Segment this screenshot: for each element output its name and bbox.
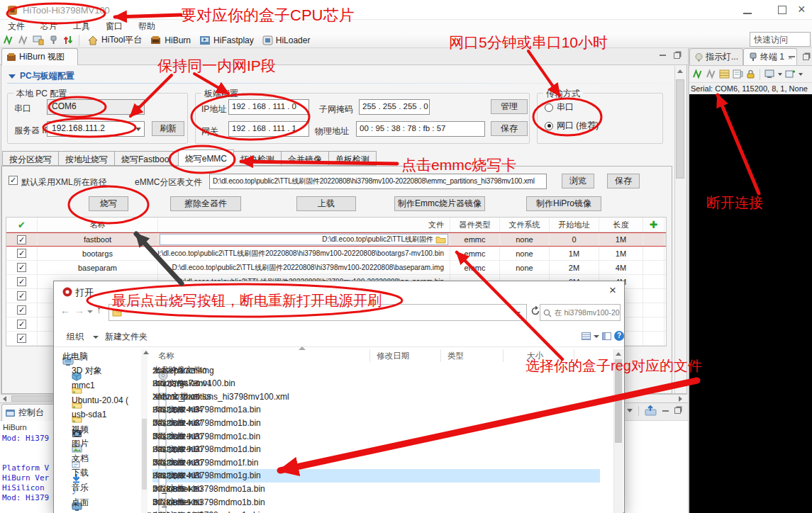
view-restore-icon[interactable] [674,52,680,59]
manage-button[interactable]: 管理 [491,99,528,114]
sidebar-scroll-thumb[interactable] [142,419,147,490]
view-mode-icon[interactable] [582,332,591,340]
row-checkbox[interactable]: ✓ [17,249,26,258]
row-checkbox-cell[interactable]: ✓ [6,332,38,345]
console-minimize-icon[interactable] [662,410,669,412]
button-制作Emmc烧片器镜像[interactable]: 制作Emmc烧片器镜像 [394,196,485,211]
clear-table-icon[interactable] [719,69,730,79]
scroll-icon[interactable] [733,69,743,79]
row-checkbox-cell[interactable]: ✓ [6,303,38,317]
terminal-restore-icon[interactable] [803,54,809,60]
column-check-all[interactable]: ✔ [6,218,38,232]
partition-file-input[interactable]: D:\dl.ecoo.top\public2\TTL线刷固件20220808\h… [209,174,547,189]
column-size[interactable]: 大小 [527,351,543,361]
tab-按地址烧写[interactable]: 按地址烧写 [59,151,115,166]
file-row[interactable]: bootargs7-mv100.bin2022/7/31 10:04BIN 文件… [152,377,600,390]
row-checkbox[interactable]: ✓ [17,305,26,315]
gateway-field[interactable]: 192 . 168 . 111 . 1 [228,121,309,137]
terminal-screen[interactable] [689,94,812,513]
preview-pane-icon[interactable] [602,332,611,340]
row-checkbox[interactable]: ✓ [17,334,26,343]
tab-合并镜像[interactable]: 合并镜像 [282,151,329,166]
file-row[interactable]: hi_kernel-hi3798mdmo1b.bin2022/8/8 5:03B… [152,495,600,509]
tab-指示灯...[interactable]: 指示灯... [689,48,743,65]
scroll-right-icon[interactable] [679,396,682,402]
search-box[interactable]: 在 hi3798mv100-2022080... [540,304,621,321]
column-type[interactable]: 类型 [447,351,464,361]
button-烧写[interactable]: 烧写 [89,196,128,211]
file-row[interactable]: fastboot-hi3798mdmo1c.bin2022/8/8 5:20BI… [152,429,600,443]
file-row[interactable]: fastboot-hi3798mdmo1g.bin2022/8/8 4:21BI… [152,469,600,483]
forward-icon[interactable]: → [74,305,84,316]
disconnect-icon[interactable] [706,69,716,79]
chevron-down-icon[interactable] [799,73,803,76]
button-擦除全器件[interactable]: 擦除全器件 [170,196,241,211]
add-row-icon[interactable]: ✚ [650,219,658,230]
sidebar-scroll-up-icon[interactable] [143,351,149,354]
serial-port-select[interactable]: COM6 [47,99,145,115]
column-name[interactable]: 名称 [158,351,174,361]
chevron-down-icon[interactable] [778,73,782,76]
file-row[interactable]: fastboot-hi3798mdmo1f.bin2022/8/8 6:20BI… [152,456,600,469]
toolbar-item-HiTool平台[interactable]: HiTool平台 [85,34,144,46]
view-minimize-icon[interactable] [660,54,666,56]
server-ip-select[interactable]: 192.168.111.2 [47,121,145,137]
folder-browse-icon[interactable] [435,235,446,244]
menu-帮助[interactable]: 帮助 [130,20,163,33]
row-checkbox[interactable]: ✓ [17,263,26,272]
column-文件[interactable]: 文件 [158,218,450,232]
disconnect-icon[interactable] [18,35,28,45]
history-chevron-icon[interactable] [87,310,93,313]
console-menu-icon[interactable] [627,409,633,412]
file-list-scroll-thumb[interactable] [615,359,622,443]
close-button[interactable]: × [798,2,806,17]
section-pc-board-config[interactable]: PC与板端配置 [9,70,74,82]
organize-button[interactable]: 组织 [67,331,84,343]
menu-工具[interactable]: 工具 [65,20,98,33]
table-row[interactable]: ✓bootargsD:\dl.ecoo.top\public2\TTL线刷固件2… [6,247,666,261]
board-ip-field[interactable]: 192 . 168 . 111 . 0 [228,99,309,115]
column-名称[interactable]: 名称 [38,218,158,232]
row-checkbox-cell[interactable]: ✓ [6,275,38,288]
toolbar-item-HiLoader[interactable]: HiLoader [260,35,313,45]
tab-console[interactable]: 控制台 [1,404,57,421]
lock-icon[interactable] [746,69,755,79]
scroll-up-icon[interactable] [677,69,683,73]
file-row[interactable]: fastboot-hi3798mdmo1b.bin2022/8/8 4:47BI… [152,416,600,429]
netmask-field[interactable]: 255 . 255 . 255 . 0 [359,99,430,115]
row-checkbox-cell[interactable]: ✓ [6,247,38,260]
xml-path-checkbox[interactable]: ✓ [9,176,18,185]
tab-单板检测[interactable]: 单板检测 [329,151,377,166]
terminal-select-icon[interactable] [764,69,775,79]
scroll-left-icon[interactable] [3,396,6,402]
dialog-close-icon[interactable]: × [609,283,616,298]
connect-icon[interactable] [692,69,703,79]
open-console-icon[interactable] [645,405,657,416]
vertical-scroll-thumb[interactable] [676,79,684,179]
quick-access-input[interactable]: 快速访问 [750,32,811,47]
row-checkbox-cell[interactable]: ✓ [6,261,38,274]
tab-烧写Fastboot[interactable]: 烧写Fastboot [115,151,179,166]
view-mode-chevron-icon[interactable] [594,335,599,338]
column-长度[interactable]: 长度 [599,218,643,232]
file-row[interactable]: emmc_partitions_hi3798mv100.xml2022/8/12… [152,390,600,403]
toolbar-item-HiBurn[interactable]: HiBurn [148,35,193,45]
plug-icon[interactable] [48,35,59,45]
xml-save-button[interactable]: 保存 [607,174,640,188]
row-checkbox-cell[interactable]: ✓ [6,317,38,331]
file-row[interactable]: fastboot-hi3798mdmo1a.bin2022/8/8 4:04BI… [152,403,600,417]
tab-烧写eMMC[interactable]: 烧写eMMC [179,150,234,166]
back-icon[interactable]: ← [60,305,70,316]
radio-network[interactable]: 网口 (推荐) [545,120,599,132]
tab-坏块检测[interactable]: 坏块检测 [234,151,282,166]
mac-field[interactable]: 00 : 95 : 38 : 78 : fb : 57 [356,121,485,137]
maximize-button[interactable] [778,6,786,14]
button-上载[interactable]: 上载 [296,196,356,211]
row-checkbox[interactable]: ✓ [17,291,26,300]
column-文件系统[interactable]: 文件系统 [500,218,550,232]
row-checkbox-cell[interactable]: ✓ [6,289,38,303]
row-checkbox[interactable]: ✓ [17,320,26,329]
table-row[interactable]: ✓fastbootD:\dl.ecoo.top\public2\TTL线刷固件e… [6,232,666,247]
file-path-editor[interactable]: D:\dl.ecoo.top\public2\TTL线刷固件 [160,234,448,245]
column-date[interactable]: 修改日期 [377,351,409,361]
